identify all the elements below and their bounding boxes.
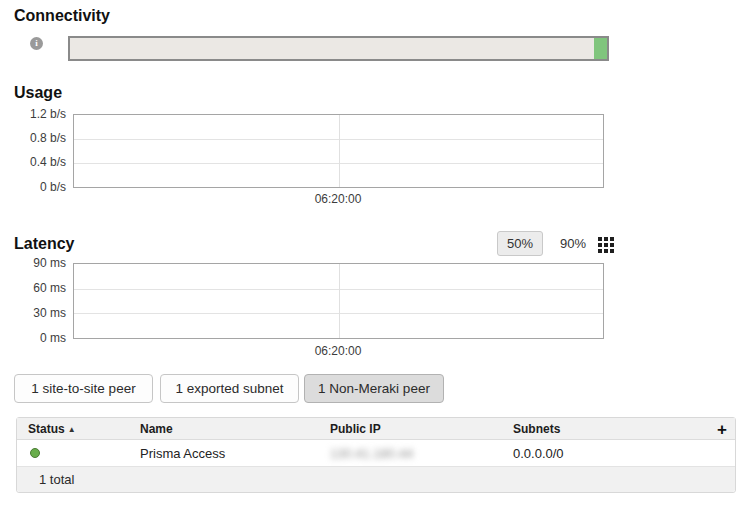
- latency-90th-percentile-button[interactable]: 90%: [552, 231, 594, 256]
- info-icon[interactable]: [30, 37, 43, 50]
- latency-ytick: 60 ms: [2, 282, 66, 295]
- usage-ytick: 1.2 b/s: [2, 108, 66, 121]
- usage-heading: Usage: [14, 84, 62, 102]
- usage-chart: [73, 114, 604, 188]
- column-header-status[interactable]: Status▲: [17, 418, 128, 439]
- plus-icon[interactable]: +: [717, 418, 727, 440]
- column-header-public-ip[interactable]: Public IP: [318, 418, 501, 439]
- row-count: 1 total: [17, 467, 74, 492]
- usage-ytick: 0 b/s: [2, 181, 66, 194]
- table-header-row: Status▲ Name Public IP Subnets +: [17, 418, 735, 440]
- latency-ytick: 0 ms: [2, 332, 66, 345]
- connectivity-online-segment[interactable]: [594, 38, 607, 59]
- column-header-subnets[interactable]: Subnets: [501, 418, 735, 439]
- latency-xtick: 06:20:00: [288, 344, 388, 358]
- usage-ytick: 0.4 b/s: [2, 156, 66, 169]
- peer-name-cell: Prisma Access: [128, 446, 318, 461]
- vpn-status-page: Connectivity Usage 1.2 b/s 0.8 b/s 0.4 b…: [0, 0, 750, 522]
- connectivity-bar[interactable]: [68, 36, 609, 61]
- non-meraki-peer-table: Status▲ Name Public IP Subnets + Prisma …: [16, 417, 736, 493]
- gridline: [339, 115, 340, 187]
- usage-xtick: 06:20:00: [288, 192, 388, 206]
- public-ip-redacted: 130.41.180.44: [330, 446, 413, 461]
- gridline: [339, 264, 340, 338]
- tab-site-to-site-peer[interactable]: 1 site-to-site peer: [14, 374, 153, 403]
- latency-ytick: 90 ms: [2, 257, 66, 270]
- connectivity-heading: Connectivity: [14, 7, 110, 25]
- usage-ytick: 0.8 b/s: [2, 132, 66, 145]
- tab-exported-subnet[interactable]: 1 exported subnet: [160, 374, 299, 403]
- green-status-dot: [30, 448, 40, 458]
- table-footer-row: 1 total: [17, 467, 735, 492]
- latency-50th-percentile-button[interactable]: 50%: [497, 231, 543, 256]
- latency-ytick: 30 ms: [2, 307, 66, 320]
- status-cell: [17, 448, 128, 458]
- sort-asc-icon[interactable]: ▲: [68, 425, 76, 434]
- public-ip-cell: 130.41.180.44: [318, 446, 501, 461]
- table-row[interactable]: Prisma Access 130.41.180.44 0.0.0.0/0: [17, 440, 735, 467]
- tab-non-meraki-peer[interactable]: 1 Non-Meraki peer: [304, 374, 444, 403]
- latency-heading: Latency: [14, 235, 74, 253]
- latency-chart: [73, 263, 604, 339]
- column-header-name[interactable]: Name: [128, 418, 318, 439]
- subnets-cell: 0.0.0.0/0: [501, 446, 735, 461]
- grid-dots-icon[interactable]: [598, 237, 614, 253]
